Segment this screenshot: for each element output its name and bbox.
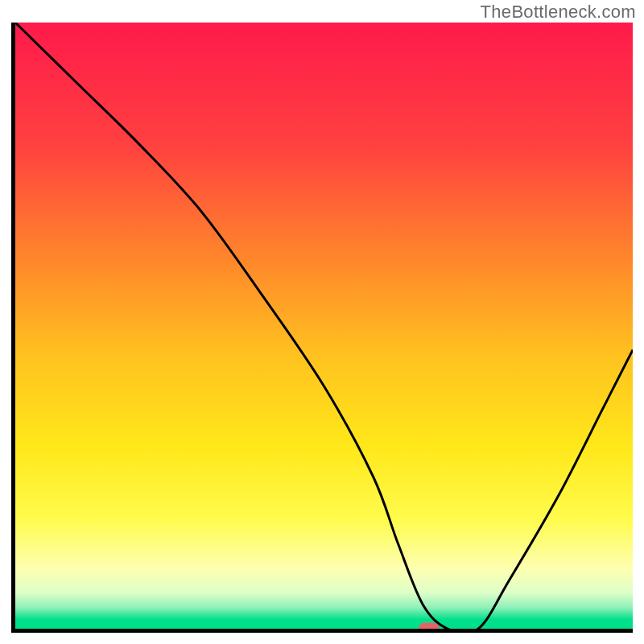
watermark-text: TheBottleneck.com xyxy=(481,2,636,23)
bottleneck-curve xyxy=(15,23,633,629)
bottleneck-chart: TheBottleneck.com xyxy=(0,0,644,644)
plot-area xyxy=(11,23,633,633)
optimal-point-marker xyxy=(419,623,440,634)
